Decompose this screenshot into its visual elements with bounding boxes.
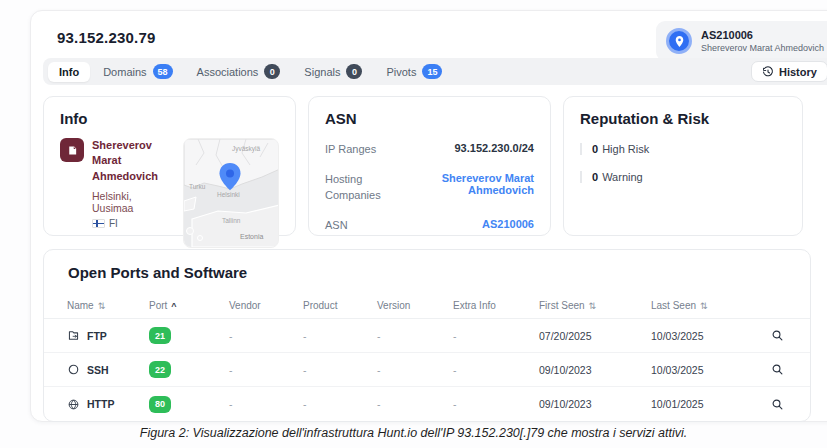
ftp-file-transfer-icon — [67, 329, 80, 342]
column-header-vendor: Vendor — [229, 300, 303, 311]
port-badge: 80 — [149, 396, 171, 413]
tab-associations[interactable]: Associations 0 — [186, 60, 292, 83]
last-seen-value: 10/03/2025 — [651, 364, 747, 376]
column-header-version: Version — [377, 300, 453, 311]
hosting-company-link[interactable]: Shereverov Marat Ahmedovich — [384, 172, 534, 196]
map-label: Turku — [189, 183, 206, 190]
asn-number-link[interactable]: AS210006 — [482, 218, 534, 230]
location-map: Jyväskylä Turku Helsinki Tallinn Estonia — [183, 138, 279, 248]
finland-flag-icon — [92, 219, 105, 228]
port-badge: 22 — [149, 361, 171, 378]
asn-pin-icon — [666, 28, 692, 54]
http-globe-icon — [67, 398, 80, 411]
asn-card: ASN IP Ranges 93.152.230.0/24 Hosting Co… — [308, 96, 551, 236]
domains-count-badge: 58 — [153, 64, 173, 79]
asn-chip-org: Shereverov Marat Ahmedovich — [701, 43, 824, 53]
open-ports-card: Open Ports and Software Name ⇅ Port ^ Ve… — [43, 249, 811, 422]
sort-icon: ⇅ — [589, 301, 597, 311]
org-country-code: FI — [109, 218, 118, 229]
reputation-card-title: Reputation & Risk — [580, 110, 786, 127]
figure-caption: Figura 2: Visualizzazione dell'infrastru… — [0, 426, 827, 440]
ssh-circle-icon — [67, 363, 80, 376]
asn-row-asn: ASN AS210006 — [325, 217, 534, 234]
info-card-title: Info — [60, 110, 279, 127]
last-seen-value: 10/01/2025 — [651, 398, 747, 410]
column-header-port[interactable]: Port ^ — [149, 300, 229, 311]
page-title-ip: 93.152.230.79 — [57, 29, 156, 46]
sort-asc-icon: ^ — [171, 301, 176, 311]
column-header-first-seen[interactable]: First Seen ⇅ — [539, 300, 651, 311]
tab-pivots[interactable]: Pivots 15 — [375, 60, 453, 83]
first-seen-value: 09/10/2023 — [539, 398, 651, 410]
sort-icon: ⇅ — [700, 301, 708, 311]
first-seen-value: 07/20/2025 — [539, 330, 651, 342]
sort-icon: ⇅ — [98, 301, 106, 311]
reputation-card: Reputation & Risk 0High Risk 0Warning — [563, 96, 803, 236]
last-seen-value: 10/03/2025 — [651, 330, 747, 342]
signals-count-badge: 0 — [346, 64, 362, 79]
table-row-ssh: SSH 22 - - - - 09/10/2023 10/03/2025 — [44, 353, 810, 387]
org-name: Shereverov Marat Ahmedovich — [92, 138, 175, 184]
info-card: Info Shereverov Marat Ahmedovich Helsink… — [43, 96, 296, 236]
ports-table-header: Name ⇅ Port ^ Vendor Product Version Ext… — [44, 293, 810, 319]
asn-row-ip-ranges: IP Ranges 93.152.230.0/24 — [325, 141, 534, 158]
tab-domains[interactable]: Domains 58 — [92, 60, 183, 83]
search-icon[interactable] — [771, 398, 784, 411]
table-row-http: HTTP 80 - - - - 09/10/2023 10/01/2025 — [44, 387, 810, 421]
table-row-ftp: FTP 21 - - - - 07/20/2025 10/03/2025 — [44, 319, 810, 353]
history-icon — [762, 66, 774, 78]
org-location: Helsinki, Uusimaa — [92, 190, 175, 214]
map-label: Estonia — [240, 233, 263, 240]
search-icon[interactable] — [771, 329, 784, 342]
asn-summary-chip[interactable]: AS210006 Shereverov Marat Ahmedovich FI — [656, 21, 827, 61]
column-header-last-seen[interactable]: Last Seen ⇅ — [651, 300, 747, 311]
ip-ranges-value: 93.152.230.0/24 — [454, 142, 534, 154]
associations-count-badge: 0 — [264, 64, 280, 79]
search-icon[interactable] — [771, 363, 784, 376]
warning-item: 0Warning — [580, 171, 786, 183]
asn-row-hosting-companies: Hosting Companies Shereverov Marat Ahmed… — [325, 171, 534, 204]
history-button[interactable]: History — [751, 61, 827, 82]
hosting-company-icon — [60, 138, 84, 162]
open-ports-title: Open Ports and Software — [44, 264, 810, 281]
column-header-name[interactable]: Name ⇅ — [67, 300, 149, 311]
map-label: Helsinki — [217, 191, 240, 198]
map-label: Jyväskylä — [232, 145, 261, 153]
column-header-extra-info: Extra Info — [453, 300, 539, 311]
pivots-count-badge: 15 — [422, 64, 442, 79]
map-label: Tallinn — [222, 217, 241, 224]
first-seen-value: 09/10/2023 — [539, 364, 651, 376]
summary-cards-row: Info Shereverov Marat Ahmedovich Helsink… — [43, 96, 803, 236]
asn-card-title: ASN — [325, 110, 534, 127]
column-header-product: Product — [303, 300, 377, 311]
tab-info[interactable]: Info — [48, 62, 90, 82]
main-panel: 93.152.230.79 AS210006 Shereverov Marat … — [30, 10, 827, 422]
asn-chip-number: AS210006 — [701, 29, 827, 41]
tab-signals[interactable]: Signals 0 — [293, 60, 373, 83]
high-risk-item: 0High Risk — [580, 143, 786, 155]
port-badge: 21 — [149, 327, 171, 344]
tab-bar: Info Domains 58 Associations 0 Signals 0… — [43, 58, 827, 85]
